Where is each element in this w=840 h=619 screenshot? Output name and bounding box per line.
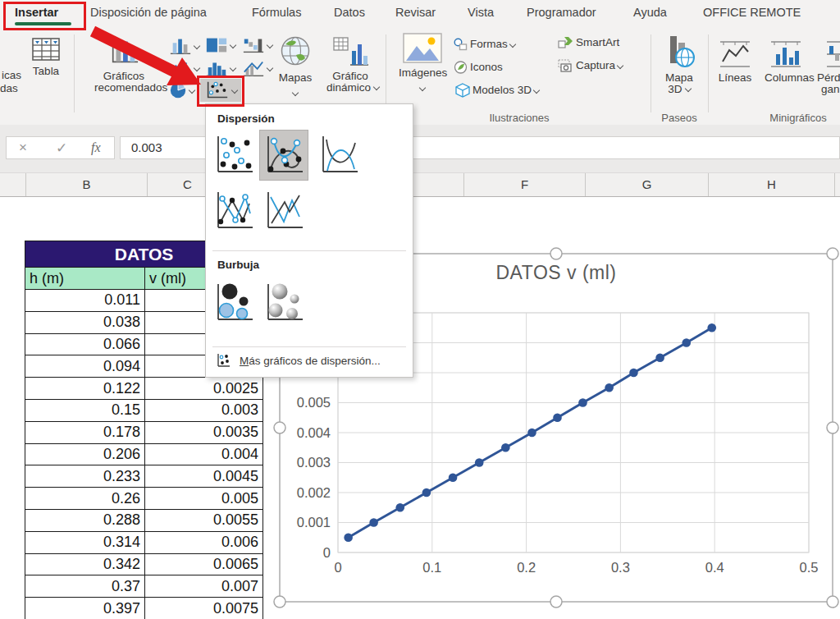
tab-ayuda[interactable]: Ayuda bbox=[633, 6, 667, 19]
tab-programador[interactable]: Programador bbox=[527, 6, 596, 19]
table-cell[interactable]: 0.0065 bbox=[145, 553, 263, 575]
table-cell[interactable]: 0.122 bbox=[25, 378, 145, 400]
selection-handle[interactable] bbox=[274, 596, 285, 608]
selection-handle[interactable] bbox=[550, 248, 562, 259]
shapes-button[interactable]: Formas bbox=[454, 38, 515, 51]
bubble-flat-option[interactable] bbox=[210, 278, 258, 328]
data-point-marker[interactable] bbox=[422, 488, 431, 497]
table-cell[interactable]: 0.006 bbox=[145, 531, 263, 553]
table-cell[interactable]: 0.342 bbox=[25, 553, 145, 575]
scatter-smooth-lines-option[interactable] bbox=[315, 131, 363, 180]
pivot-chart-button[interactable]: Gráfico dinámico bbox=[326, 34, 374, 94]
table-cell[interactable]: 0.0045 bbox=[145, 465, 263, 488]
images-button[interactable]: Imágenes bbox=[399, 33, 446, 94]
scatter-straight-markers-option[interactable] bbox=[210, 186, 258, 236]
insert-function-icon[interactable]: fx bbox=[91, 140, 101, 155]
selection-handle[interactable] bbox=[827, 596, 838, 608]
table-cell[interactable]: 0.0055 bbox=[145, 509, 263, 531]
table-cell[interactable]: 0.233 bbox=[25, 465, 145, 488]
recommended-charts-button[interactable]: Gráficos recomendados bbox=[94, 34, 153, 94]
sparkline-lines-button[interactable]: Líneas bbox=[717, 39, 753, 84]
column-header-g[interactable]: G bbox=[586, 173, 709, 196]
screenshot-button[interactable]: Captura bbox=[558, 59, 623, 72]
smartart-button[interactable]: SmartArt bbox=[558, 36, 619, 49]
more-scatter-charts-item[interactable]: Más gráficos de dispersión... bbox=[216, 353, 381, 369]
table-header-h[interactable]: h (m) bbox=[25, 268, 145, 290]
tab-vista[interactable]: Vista bbox=[468, 6, 494, 19]
models-3d-button[interactable]: Modelos 3D bbox=[455, 83, 539, 98]
selection-handle[interactable] bbox=[550, 596, 562, 608]
table-cell[interactable]: 0.003 bbox=[145, 399, 263, 421]
table-cell[interactable]: 0.397 bbox=[25, 598, 145, 619]
y-tick-label[interactable]: 0.002 bbox=[297, 485, 331, 500]
y-tick-label[interactable]: 0.004 bbox=[297, 425, 331, 440]
selection-handle[interactable] bbox=[827, 248, 838, 259]
x-tick-label[interactable]: 0 bbox=[334, 560, 341, 575]
data-point-marker[interactable] bbox=[655, 353, 664, 362]
insert-statistic-chart-button[interactable] bbox=[205, 59, 235, 77]
y-tick-label[interactable]: 0.005 bbox=[297, 395, 331, 410]
tab-office-remote[interactable]: OFFICE REMOTE bbox=[703, 6, 801, 19]
selection-handle[interactable] bbox=[274, 422, 285, 433]
column-header-f[interactable]: F bbox=[464, 173, 586, 196]
data-point-marker[interactable] bbox=[629, 369, 638, 378]
tabla-button[interactable]: Tabla bbox=[26, 36, 66, 77]
insert-combo-chart-button[interactable] bbox=[242, 59, 272, 77]
table-cell[interactable]: 0.066 bbox=[25, 333, 145, 355]
scatter-smooth-markers-option-selected[interactable] bbox=[260, 131, 308, 180]
table-cell[interactable]: 0.094 bbox=[25, 355, 145, 378]
select-all-corner[interactable] bbox=[0, 173, 26, 196]
table-cell[interactable]: 0.011 bbox=[25, 290, 145, 312]
table-cell[interactable]: 0.0075 bbox=[145, 598, 263, 619]
x-tick-label[interactable]: 0.2 bbox=[517, 560, 536, 575]
y-tick-label[interactable]: 0.003 bbox=[297, 455, 331, 470]
y-tick-label[interactable]: 0.001 bbox=[297, 515, 331, 530]
table-cell[interactable]: 0.0035 bbox=[145, 421, 263, 443]
tab-disposicion[interactable]: Disposición de página bbox=[90, 6, 207, 19]
tab-revisar[interactable]: Revisar bbox=[395, 6, 436, 19]
column-header-b[interactable]: B bbox=[26, 173, 148, 196]
accept-icon[interactable]: ✓ bbox=[56, 140, 67, 157]
x-tick-label[interactable]: 0.1 bbox=[422, 560, 441, 575]
insert-hierarchy-chart-button[interactable] bbox=[205, 36, 235, 54]
data-point-marker[interactable] bbox=[449, 473, 458, 482]
data-point-marker[interactable] bbox=[605, 383, 614, 392]
table-cell[interactable]: 0.314 bbox=[25, 531, 145, 553]
insert-waterfall-chart-button[interactable] bbox=[242, 36, 272, 54]
table-cell[interactable]: 0.15 bbox=[25, 399, 145, 421]
table-cell[interactable]: 0.206 bbox=[25, 443, 145, 465]
x-tick-label[interactable]: 0.4 bbox=[705, 560, 724, 575]
column-header-h[interactable]: H bbox=[709, 173, 835, 196]
cancel-icon[interactable]: × bbox=[19, 140, 27, 156]
insert-column-chart-button[interactable] bbox=[169, 36, 199, 56]
icons-button[interactable]: Iconos bbox=[454, 61, 503, 74]
data-point-marker[interactable] bbox=[682, 338, 691, 347]
sparkline-winloss-button[interactable]: Pérd gan bbox=[817, 39, 840, 95]
sparkline-columns-button[interactable]: Columnas bbox=[765, 39, 807, 84]
table-cell[interactable]: 0.288 bbox=[25, 509, 145, 531]
bubble-3d-option[interactable] bbox=[260, 278, 308, 328]
insert-pie-chart-button[interactable] bbox=[169, 81, 194, 99]
tab-datos[interactable]: Datos bbox=[334, 6, 365, 19]
data-point-marker[interactable] bbox=[369, 518, 378, 527]
insert-scatter-chart-button[interactable] bbox=[203, 80, 237, 101]
table-cell[interactable]: 0.37 bbox=[25, 575, 145, 598]
maps-button[interactable]: Mapas bbox=[276, 34, 315, 99]
data-point-marker[interactable] bbox=[344, 533, 353, 542]
data-point-marker[interactable] bbox=[501, 443, 510, 452]
selection-handle[interactable] bbox=[827, 422, 838, 433]
y-tick-label[interactable]: 0 bbox=[323, 545, 331, 560]
tab-insertar[interactable]: Insertar bbox=[15, 6, 58, 19]
data-point-marker[interactable] bbox=[395, 503, 404, 512]
insert-line-chart-button[interactable] bbox=[169, 59, 199, 77]
table-cell[interactable]: 0.005 bbox=[145, 488, 263, 510]
x-tick-label[interactable]: 0.3 bbox=[611, 560, 630, 575]
tab-formulas[interactable]: Fórmulas bbox=[252, 6, 301, 19]
scatter-straight-lines-option[interactable] bbox=[260, 186, 308, 236]
data-point-marker[interactable] bbox=[578, 398, 587, 407]
data-point-marker[interactable] bbox=[527, 429, 536, 438]
table-cell[interactable]: 0.26 bbox=[25, 488, 145, 510]
map-3d-button[interactable]: Mapa 3D bbox=[661, 33, 697, 95]
table-cell[interactable]: 0.007 bbox=[145, 575, 263, 598]
scatter-markers-only-option[interactable] bbox=[210, 131, 258, 180]
